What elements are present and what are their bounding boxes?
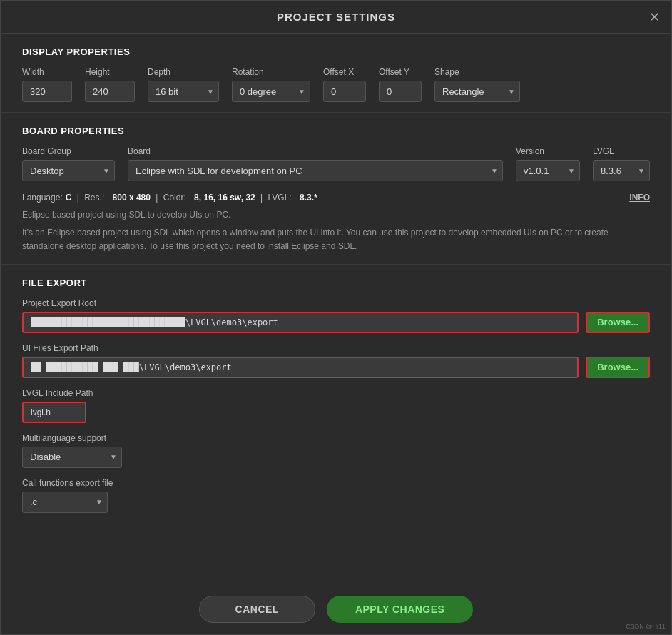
board-properties-title: BOARD PROPERTIES <box>22 126 650 136</box>
width-input[interactable] <box>22 81 72 102</box>
info-bar: Language: C | Res.: 800 x 480 | Color: 8… <box>22 193 650 254</box>
offset-x-label: Offset X <box>323 67 366 77</box>
ui-files-export-path-input[interactable] <box>22 357 579 378</box>
version-group: Version v1.0.1 v1.0.0 ▼ <box>516 146 580 181</box>
ui-files-export-path-row: UI Files Export Path Browse... <box>22 343 650 378</box>
board-select-wrap: Eclipse with SDL for development on PC O… <box>128 160 503 181</box>
board-select[interactable]: Eclipse with SDL for development on PC O… <box>128 161 502 181</box>
lvgl-include-path-row: LVGL Include Path <box>22 388 650 423</box>
depth-dropdown-icon: ▼ <box>207 88 214 96</box>
depth-select[interactable]: 1 bit 16 bit 32 bit <box>148 81 198 101</box>
offset-x-input[interactable] <box>323 81 366 102</box>
rotation-select[interactable]: 0 degree 90 degree 180 degree 270 degree <box>233 81 307 101</box>
version-label: Version <box>516 146 580 156</box>
display-properties-title: DISPLAY PROPERTIES <box>22 46 650 57</box>
project-settings-dialog: PROJECT SETTINGS ✕ DISPLAY PROPERTIES Wi… <box>0 0 672 635</box>
multilanguage-select[interactable]: Disable Enable <box>23 447 116 467</box>
version-select-wrap: v1.0.1 v1.0.0 ▼ <box>516 160 580 181</box>
lvgl-label: LVGL <box>593 146 650 156</box>
height-input[interactable] <box>85 81 135 102</box>
footer: CANCEL APPLY CHANGES <box>1 584 671 634</box>
ui-files-browse-button[interactable]: Browse... <box>586 357 650 378</box>
apply-changes-button[interactable]: APPLY CHANGES <box>327 596 474 623</box>
call-functions-label: Call functions export file <box>22 478 650 488</box>
board-group-group: Board Group Desktop STM32 ESP32 ▼ <box>22 146 115 181</box>
info-link[interactable]: INFO <box>629 193 650 203</box>
multilanguage-row: Multilanguage support Disable Enable ▼ <box>22 433 650 468</box>
lvgl-select[interactable]: 8.3.6 8.3.5 8.2.0 <box>594 161 641 181</box>
board-group-select-wrap: Desktop STM32 ESP32 ▼ <box>22 160 115 181</box>
shape-label: Shape <box>434 67 520 77</box>
shape-select[interactable]: Rectangle Circle Round Corner <box>435 81 520 101</box>
language-label: Language: <box>22 193 63 203</box>
call-functions-select-wrap: .c .cpp .h ▼ <box>22 492 108 513</box>
language-value: C <box>66 193 72 203</box>
lvgl-info-value: 8.3.* <box>300 193 317 203</box>
offset-x-group: Offset X <box>323 67 366 102</box>
project-export-root-label: Project Export Root <box>22 298 650 308</box>
rotation-group: Rotation 0 degree 90 degree 180 degree 2… <box>232 67 310 102</box>
depth-group: Depth 1 bit 16 bit 32 bit ▼ <box>148 67 219 102</box>
file-export-title: FILE EXPORT <box>22 278 650 288</box>
offset-y-group: Offset Y <box>379 67 422 102</box>
shape-select-wrap: Rectangle Circle Round Corner ▼ <box>434 81 520 102</box>
watermark: CSDN @Hi11 <box>626 623 666 630</box>
res-label: Res.: <box>84 193 104 203</box>
depth-select-wrap: 1 bit 16 bit 32 bit ▼ <box>148 81 219 102</box>
cancel-button[interactable]: CANCEL <box>199 596 315 623</box>
height-group: Height <box>85 67 135 102</box>
file-export-section: FILE EXPORT Project Export Root Browse..… <box>1 265 671 533</box>
version-select[interactable]: v1.0.1 v1.0.0 <box>516 161 569 181</box>
rotation-select-wrap: 0 degree 90 degree 180 degree 270 degree… <box>232 81 310 102</box>
lvgl-group: LVGL 8.3.6 8.3.5 8.2.0 ▼ <box>593 146 650 181</box>
project-export-root-row: Project Export Root Browse... <box>22 298 650 333</box>
desc2: It's an Eclipse based project using SDL … <box>22 226 650 253</box>
board-label: Board <box>128 146 503 156</box>
desc1: Eclipse based project using SDL to devel… <box>22 208 650 222</box>
shape-group: Shape Rectangle Circle Round Corner ▼ <box>434 67 520 102</box>
lvgl-select-wrap: 8.3.6 8.3.5 8.2.0 ▼ <box>593 160 650 181</box>
width-group: Width <box>22 67 72 102</box>
call-functions-row: Call functions export file .c .cpp .h ▼ <box>22 478 650 513</box>
display-props-row: Width Height Depth 1 bit 16 bit 32 bit ▼ <box>22 67 650 102</box>
board-group-dropdown-icon: ▼ <box>103 167 110 175</box>
title-bar: PROJECT SETTINGS ✕ <box>1 1 671 34</box>
project-export-input-row: Browse... <box>22 312 650 333</box>
color-label: Color: <box>163 193 186 203</box>
multilanguage-select-wrap: Disable Enable ▼ <box>22 447 122 468</box>
ui-files-export-path-label: UI Files Export Path <box>22 343 650 353</box>
width-label: Width <box>22 67 72 77</box>
dialog-title: PROJECT SETTINGS <box>277 11 395 23</box>
color-value: 8, 16, 16 sw, 32 <box>194 193 255 203</box>
multilanguage-label: Multilanguage support <box>22 433 650 443</box>
offset-y-input[interactable] <box>379 81 422 102</box>
info-row: Language: C | Res.: 800 x 480 | Color: 8… <box>22 193 650 203</box>
lvgl-info-label: LVGL: <box>268 193 292 203</box>
board-group-label: Board Group <box>22 146 115 156</box>
lvgl-include-path-label: LVGL Include Path <box>22 388 650 398</box>
close-button[interactable]: ✕ <box>649 11 660 24</box>
project-export-browse-button[interactable]: Browse... <box>586 312 650 333</box>
res-value: 800 x 480 <box>113 193 151 203</box>
depth-label: Depth <box>148 67 219 77</box>
project-export-root-input[interactable] <box>22 312 579 333</box>
ui-files-export-input-row: Browse... <box>22 357 650 378</box>
offset-y-label: Offset Y <box>379 67 422 77</box>
board-group: Board Eclipse with SDL for development o… <box>128 146 503 181</box>
board-properties-section: BOARD PROPERTIES Board Group Desktop STM… <box>1 113 671 265</box>
height-label: Height <box>85 67 135 77</box>
call-functions-select[interactable]: .c .cpp .h <box>23 492 101 512</box>
display-properties-section: DISPLAY PROPERTIES Width Height Depth 1 … <box>1 34 671 113</box>
lvgl-include-path-input[interactable] <box>22 402 86 423</box>
rotation-label: Rotation <box>232 67 310 77</box>
board-group-select[interactable]: Desktop STM32 ESP32 <box>23 161 84 181</box>
board-props-row: Board Group Desktop STM32 ESP32 ▼ Board … <box>22 146 650 181</box>
